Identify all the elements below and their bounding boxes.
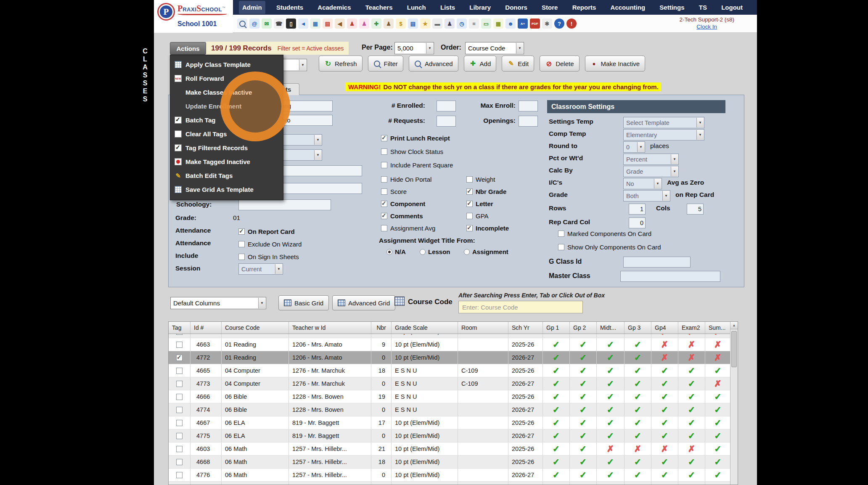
- delete-button[interactable]: ⊘Delete: [540, 56, 579, 72]
- add-button[interactable]: ✚Add: [464, 56, 497, 72]
- table-row-4774[interactable]: 477406 Bible1228 - Mrs. Bowen0E S N U202…: [169, 403, 730, 416]
- praxischool-logo[interactable]: P: [157, 3, 175, 21]
- table-row-4665[interactable]: 466504 Computer1276 - Mr. Marchuk18E S N…: [169, 364, 730, 377]
- clock-in-link[interactable]: Clock In: [679, 24, 734, 31]
- audio-icon[interactable]: ◄: [298, 19, 308, 29]
- menu-item-apply-class-template[interactable]: Apply Class Template: [170, 58, 283, 72]
- person-icon[interactable]: ☻: [505, 19, 516, 29]
- tools-icon[interactable]: ✚: [371, 19, 381, 29]
- per-page-select[interactable]: 5,000: [394, 42, 434, 54]
- row-tag-checkbox[interactable]: [176, 394, 183, 400]
- alert-icon[interactable]: !: [566, 19, 577, 29]
- menu-item-make-tagged-inactive[interactable]: Make Tagged Inactive: [170, 155, 283, 169]
- row-tag-checkbox[interactable]: [176, 472, 183, 478]
- exclude-on-wizard-checkbox[interactable]: [238, 241, 245, 247]
- column-header-sum[interactable]: Sum...: [705, 322, 731, 334]
- column-header-id[interactable]: Id #: [191, 322, 222, 334]
- nav-item-lists[interactable]: Lists: [437, 1, 458, 14]
- advanced-grid-button[interactable]: Advanced Grid: [332, 295, 395, 310]
- column-header-gp-1[interactable]: Gp 1: [543, 322, 570, 334]
- letter-checkbox[interactable]: [466, 201, 473, 207]
- column-header-midt[interactable]: Midt...: [597, 322, 625, 334]
- comp-temp-select[interactable]: Elementary: [623, 129, 704, 140]
- at-icon[interactable]: @: [249, 19, 259, 29]
- nav-item-teachers[interactable]: Teachers: [362, 1, 396, 14]
- table-row-4669[interactable]: 466906 Music1276 - Mr. Marchuk18E S N U2…: [169, 482, 730, 485]
- photo-icon[interactable]: ▩: [493, 19, 503, 29]
- hide-on-portal-checkbox[interactable]: [381, 176, 387, 183]
- filter-button[interactable]: Filter: [368, 56, 403, 72]
- edit-button[interactable]: ✎Edit: [502, 56, 534, 72]
- row-tag-checkbox[interactable]: [176, 381, 183, 387]
- columns-preset-select[interactable]: Default Columns: [170, 297, 266, 309]
- nav-item-accounting[interactable]: Accounting: [607, 1, 649, 14]
- money-icon[interactable]: $: [396, 19, 406, 29]
- row-tag-checkbox[interactable]: [176, 368, 183, 374]
- table-row-4773[interactable]: 477304 Computer1276 - Mr. Marchuk0E S N …: [169, 377, 730, 390]
- include-parent-square-checkbox[interactable]: [381, 162, 387, 168]
- column-header-room[interactable]: Room: [458, 322, 508, 334]
- make-inactive-button[interactable]: ●Make Inactive: [585, 56, 646, 72]
- nav-item-admin[interactable]: Admin: [239, 1, 265, 14]
- column-header-course-code[interactable]: Course Code: [222, 322, 289, 334]
- nav-item-settings[interactable]: Settings: [656, 1, 688, 14]
- table-row-4668[interactable]: 466806 Math1257 - Mrs. Hillebr...1810 pt…: [169, 456, 730, 469]
- settings-temp-select[interactable]: Select Template: [623, 117, 704, 128]
- component-checkbox[interactable]: [381, 201, 387, 207]
- nav-item-ts[interactable]: TS: [696, 1, 710, 14]
- grades-icon[interactable]: A+: [518, 19, 528, 29]
- nav-item-students[interactable]: Students: [273, 1, 307, 14]
- comments-checkbox[interactable]: [381, 213, 387, 219]
- nav-item-reports[interactable]: Reports: [569, 1, 600, 14]
- row-tag-checkbox[interactable]: [176, 433, 183, 439]
- students-icon[interactable]: ♟: [347, 19, 357, 29]
- clock-icon[interactable]: ◷: [457, 19, 467, 29]
- print-lunch-receipt-checkbox[interactable]: [381, 135, 387, 141]
- list-icon[interactable]: ≡: [469, 19, 479, 29]
- grade-select[interactable]: Both: [623, 190, 670, 201]
- chart-icon[interactable]: ▦: [310, 19, 320, 29]
- show-clock-status-checkbox[interactable]: [381, 148, 387, 155]
- refresh-button[interactable]: ↻Refresh: [319, 56, 363, 72]
- course-code-search-input[interactable]: [458, 301, 583, 313]
- table-row-4775[interactable]: 477506 ELA819 - Mr. Baggett010 pt (Elem/…: [169, 429, 730, 443]
- table-row-4771[interactable]: 477101 Math1206 - Mrs. Amato010 pt (Elem…: [169, 334, 730, 338]
- mobile-icon[interactable]: ▯: [286, 19, 296, 29]
- nav-item-lunch[interactable]: Lunch: [404, 1, 429, 14]
- search-icon[interactable]: [237, 19, 247, 29]
- enrolled-input[interactable]: [437, 101, 456, 111]
- menu-item-save-grid-as-template[interactable]: Save Grid As Template: [170, 183, 283, 196]
- notes-icon[interactable]: ▤: [408, 19, 418, 29]
- parents-icon[interactable]: ♟: [359, 19, 369, 29]
- table-row-4603[interactable]: 460306 Math1257 - Mrs. Hillebr...2110 pt…: [169, 443, 730, 456]
- nav-item-academics[interactable]: Academics: [314, 1, 354, 14]
- round-to-select[interactable]: 0: [623, 141, 645, 153]
- max-enroll-input[interactable]: [519, 101, 538, 111]
- staff-icon[interactable]: ♟: [445, 19, 455, 29]
- table-row-4667[interactable]: 466706 ELA819 - Mr. Baggett1710 pt (Elem…: [169, 416, 730, 429]
- requests-input[interactable]: [437, 116, 456, 127]
- assignment-avg-checkbox[interactable]: [381, 225, 387, 231]
- column-header-teacher-w-id[interactable]: Teacher w Id: [289, 322, 371, 334]
- row-tag-checkbox[interactable]: [176, 420, 183, 426]
- column-header-nbr[interactable]: Nbr: [371, 322, 392, 334]
- menu-item-batch-edit-tags[interactable]: ✎Batch Edit Tags: [170, 169, 283, 183]
- gear-icon[interactable]: ✱: [542, 19, 552, 29]
- scroll-up-button[interactable]: [730, 322, 738, 329]
- chat-icon[interactable]: ✉: [262, 19, 272, 29]
- n-a-radio[interactable]: [386, 249, 392, 255]
- column-header-grade-scale[interactable]: Grade Scale: [392, 322, 458, 334]
- row-tag-checkbox[interactable]: [176, 459, 183, 465]
- transport-icon[interactable]: ▬: [432, 19, 442, 29]
- award-icon[interactable]: ★: [420, 19, 430, 29]
- rep-card-col-input[interactable]: [629, 217, 646, 228]
- megaphone-icon[interactable]: ◀: [335, 19, 345, 29]
- calc-by-select[interactable]: Grade: [623, 166, 679, 177]
- help-icon[interactable]: ?: [554, 19, 564, 29]
- nav-item-logout[interactable]: Logout: [718, 1, 746, 14]
- column-header-exam2[interactable]: Exam2: [678, 322, 705, 334]
- pct-or-wt-d-select[interactable]: Percent: [623, 154, 679, 165]
- table-row-4772[interactable]: 477201 Reading1206 - Mrs. Amato010 pt (E…: [169, 351, 730, 364]
- column-header-gp-3[interactable]: Gp 3: [625, 322, 651, 334]
- session-select[interactable]: Current: [238, 263, 283, 275]
